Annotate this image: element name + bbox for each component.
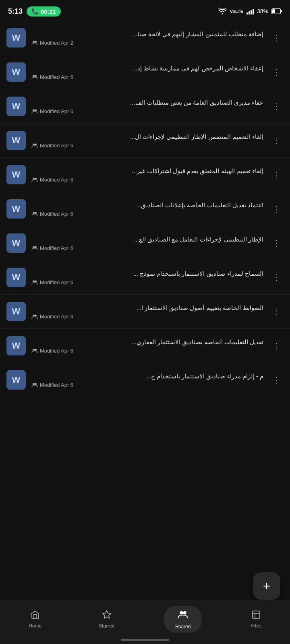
file-icon: W <box>6 370 26 390</box>
nav-item-home[interactable]: Home <box>21 607 50 631</box>
nav-item-shared[interactable]: Shared <box>164 606 202 633</box>
file-modified: Modified Apr 6 <box>40 382 73 388</box>
people-icon <box>31 74 38 80</box>
file-info: تعديل التعليمات الخاصة بصناديق الاستثمار… <box>31 338 263 354</box>
file-icon-letter: W <box>12 272 21 283</box>
file-modified: Modified Apr 6 <box>40 279 73 285</box>
home-indicator <box>121 639 169 641</box>
file-name: الضوابط الخاصة بتقييم أصول صناديق الاستث… <box>31 303 263 312</box>
call-duration: 00:21 <box>41 8 56 15</box>
nav-label-files: Files <box>251 623 261 629</box>
file-icon: W <box>6 268 26 287</box>
file-info: السماح لمدراء صناديق الاستثمار باستخدام … <box>31 269 263 286</box>
more-button[interactable]: ⋮ <box>269 99 284 114</box>
file-meta: Modified Apr 6 <box>31 348 263 354</box>
people-icon <box>31 211 38 217</box>
file-icon-letter: W <box>12 306 21 317</box>
file-name: تعديل التعليمات الخاصة بصناديق الاستثمار… <box>31 338 263 346</box>
people-icon <box>31 245 38 252</box>
shared-icon <box>177 609 188 622</box>
file-icon-letter: W <box>12 67 21 77</box>
svg-point-15 <box>33 246 35 248</box>
wifi-icon <box>218 8 227 14</box>
file-item: W إضافة متطلب للمثمنين المشار إليهم في ل… <box>0 21 290 55</box>
more-button[interactable]: ⋮ <box>269 167 284 182</box>
fab-plus-icon: + <box>263 580 271 592</box>
more-button[interactable]: ⋮ <box>269 133 284 148</box>
nav-item-starred[interactable]: Starred <box>91 607 122 631</box>
more-button[interactable]: ⋮ <box>269 236 284 250</box>
file-item: W إلغاء التعميم المتضمن الإطار التنظيمي … <box>0 124 290 158</box>
svg-point-21 <box>33 349 35 351</box>
file-modified: Modified Apr 6 <box>40 245 73 251</box>
file-icon: W <box>6 28 26 47</box>
people-icon <box>31 177 38 183</box>
file-meta: Modified Apr 6 <box>31 382 263 388</box>
svg-point-18 <box>35 280 37 282</box>
file-meta: Modified Apr 6 <box>31 279 263 286</box>
svg-point-23 <box>33 383 35 385</box>
file-item: W اعتماد تعديل التعليمات الخاصة بإعلانات… <box>0 192 290 226</box>
call-pill: 📞 00:21 <box>27 6 61 17</box>
more-dots-icon: ⋮ <box>273 136 280 144</box>
file-info: اعتماد تعديل التعليمات الخاصة بإعلانات ا… <box>31 201 263 217</box>
file-icon-letter: W <box>12 101 21 111</box>
more-button[interactable]: ⋮ <box>269 65 284 79</box>
file-info: إلغاء تعميم الهيئة المتعلق بعدم قبول اشت… <box>31 167 263 183</box>
more-button[interactable]: ⋮ <box>269 304 284 319</box>
more-button[interactable]: ⋮ <box>269 31 284 45</box>
more-dots-icon: ⋮ <box>273 273 280 281</box>
file-modified: Modified Apr 6 <box>40 177 73 183</box>
file-icon-letter: W <box>12 238 21 248</box>
file-modified: Modified Apr 6 <box>40 74 73 80</box>
file-name: إلغاء التعميم المتضمن الإطار التنظيمي لإ… <box>31 132 263 141</box>
phone-icon: 📞 <box>31 8 38 14</box>
lte-icon: VoLTE <box>230 9 243 14</box>
more-button[interactable]: ⋮ <box>269 270 284 285</box>
people-icon <box>31 40 38 46</box>
file-modified: Modified Apr 6 <box>40 314 73 320</box>
file-meta: Modified Apr 6 <box>31 211 263 217</box>
file-meta: Modified Apr 6 <box>31 142 263 149</box>
svg-point-22 <box>35 349 37 351</box>
svg-point-4 <box>35 41 37 43</box>
file-icon-letter: W <box>12 169 21 180</box>
file-meta: Modified Apr 6 <box>31 177 263 183</box>
file-meta: Modified Apr 6 <box>31 74 263 80</box>
file-modified: Modified Apr 2 <box>40 40 73 46</box>
signal-bars <box>246 8 254 14</box>
file-item: W إلغاء تعميم الهيئة المتعلق بعدم قبول ا… <box>0 158 290 192</box>
file-icon-letter: W <box>12 33 21 43</box>
file-icon: W <box>6 302 26 321</box>
svg-rect-1 <box>272 9 275 13</box>
file-meta: Modified Apr 6 <box>31 108 263 115</box>
svg-point-7 <box>33 109 35 111</box>
file-name: اعتماد تعديل التعليمات الخاصة بإعلانات ا… <box>31 201 263 209</box>
svg-point-6 <box>35 75 37 77</box>
nav-item-files[interactable]: Files <box>243 607 269 631</box>
file-info: الإطار التنظيمي لإجراءات التعامل مع الصن… <box>31 235 263 252</box>
more-dots-icon: ⋮ <box>273 342 280 350</box>
file-icon: W <box>6 336 26 355</box>
file-icon-letter: W <box>12 341 21 351</box>
svg-point-24 <box>35 383 37 385</box>
file-modified: Modified Apr 6 <box>40 211 73 217</box>
svg-rect-2 <box>281 10 282 12</box>
file-icon: W <box>6 97 26 116</box>
more-dots-icon: ⋮ <box>273 171 280 179</box>
file-icon: W <box>6 165 26 184</box>
more-button[interactable]: ⋮ <box>269 339 284 353</box>
file-info: إضافة متطلب للمثمنين المشار إليهم في لائ… <box>31 30 263 46</box>
more-button[interactable]: ⋮ <box>269 373 284 387</box>
fab-button[interactable]: + <box>253 572 280 600</box>
file-icon-letter: W <box>12 375 21 385</box>
battery-icon <box>271 8 282 14</box>
more-button[interactable]: ⋮ <box>269 202 284 216</box>
file-info: إلغاء التعميم المتضمن الإطار التنظيمي لإ… <box>31 132 263 149</box>
file-name: إلغاء تعميم الهيئة المتعلق بعدم قبول اشت… <box>31 167 263 175</box>
svg-point-17 <box>33 280 35 282</box>
nav-label-starred: Starred <box>99 623 114 629</box>
svg-point-10 <box>35 143 37 145</box>
svg-point-12 <box>35 178 37 180</box>
file-modified: Modified Apr 6 <box>40 108 73 114</box>
